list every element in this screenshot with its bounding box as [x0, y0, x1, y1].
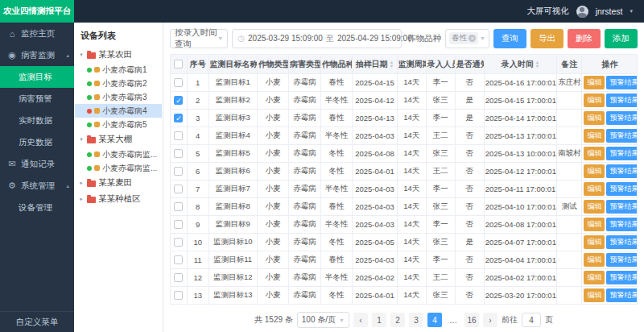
export-button[interactable]: 导出: [530, 29, 564, 48]
row-select-cell[interactable]: [171, 234, 188, 251]
username[interactable]: jnrstest: [596, 6, 623, 16]
page-size-select[interactable]: 100 条/页▼: [297, 312, 349, 328]
row-checkbox[interactable]: [174, 273, 183, 282]
edit-button[interactable]: 编辑: [584, 164, 605, 178]
row-select-cell[interactable]: [171, 163, 188, 181]
edit-button[interactable]: 编辑: [584, 218, 605, 231]
page-button-1[interactable]: 1: [372, 313, 386, 327]
warning-result-button[interactable]: 预警结果: [606, 93, 637, 107]
sort-icon[interactable]: ▲▼: [535, 60, 539, 68]
column-header[interactable]: 作物品种▲▼: [320, 55, 352, 74]
tag-close-icon[interactable]: ×: [469, 35, 476, 42]
tree-folder-greenhouse[interactable]: ▾某某大棚: [75, 131, 162, 147]
row-select-cell[interactable]: [171, 74, 188, 92]
row-checkbox[interactable]: [174, 185, 183, 193]
warning-result-button[interactable]: 预警结果: [606, 76, 637, 89]
sidebar-item-history-data[interactable]: 历史数据: [0, 131, 74, 153]
warning-result-button[interactable]: 预警结果: [606, 200, 637, 214]
sidebar-item-realtime-data[interactable]: 实时数据: [0, 110, 74, 131]
row-select-cell[interactable]: ✓: [171, 92, 188, 110]
edit-button[interactable]: 编辑: [584, 182, 605, 196]
column-header[interactable]: 抽样日期▲▼: [353, 55, 398, 74]
sidebar-item-notice-record[interactable]: ✉通知记录: [0, 153, 74, 175]
sidebar-item-disease-warning[interactable]: 病害预警: [0, 88, 74, 110]
tree-folder-farm[interactable]: ▾某某农田: [75, 47, 162, 63]
page-button-3[interactable]: 3: [409, 313, 423, 327]
sidebar-item-system-manage[interactable]: ⚙系统管理▴: [0, 175, 74, 197]
warning-result-button[interactable]: 预警结果: [606, 111, 637, 125]
sidebar-item-disease-monitor[interactable]: ◉病害监测▴: [0, 44, 74, 66]
edit-button[interactable]: 编辑: [584, 200, 605, 214]
edit-button[interactable]: 编辑: [584, 111, 605, 125]
column-header[interactable]: 录入时间▲▼: [484, 55, 556, 74]
warning-result-button[interactable]: 预警结果: [606, 253, 637, 267]
row-checkbox[interactable]: ✓: [174, 114, 183, 122]
edit-button[interactable]: 编辑: [584, 253, 605, 267]
row-select-cell[interactable]: [171, 198, 188, 216]
edit-button[interactable]: 编辑: [584, 129, 605, 143]
prev-page-button[interactable]: ‹: [353, 313, 368, 327]
row-select-cell[interactable]: [171, 216, 188, 234]
row-checkbox[interactable]: [174, 220, 183, 229]
sidebar-item-device-manage[interactable]: 设备管理: [0, 197, 74, 218]
select-all-checkbox[interactable]: [174, 60, 183, 68]
page-button-4[interactable]: 4: [427, 313, 442, 327]
row-select-cell[interactable]: [171, 287, 188, 305]
row-checkbox[interactable]: [174, 202, 183, 211]
row-checkbox[interactable]: ✓: [174, 96, 183, 105]
warning-result-button[interactable]: 预警结果: [606, 182, 637, 196]
select-all-header[interactable]: [171, 55, 188, 74]
tree-folder-plant-area[interactable]: ▸某某种植区: [75, 191, 162, 207]
tree-device-item[interactable]: 小麦赤霉病2: [75, 77, 162, 90]
page-ellipsis[interactable]: …: [446, 313, 460, 327]
sidebar-item-home[interactable]: ⌂监控主页: [0, 23, 74, 44]
tree-device-item[interactable]: 小麦赤霉病3: [75, 90, 162, 104]
page-button-16[interactable]: 16: [464, 313, 479, 327]
row-checkbox[interactable]: [174, 238, 183, 247]
warning-result-button[interactable]: 预警结果: [606, 129, 637, 143]
tree-device-item[interactable]: 小麦赤霉病1: [75, 63, 162, 77]
row-select-cell[interactable]: [171, 251, 188, 269]
row-checkbox[interactable]: [174, 291, 183, 300]
warning-result-button[interactable]: 预警结果: [606, 164, 637, 178]
warning-result-button[interactable]: 预警结果: [606, 288, 637, 302]
next-page-button[interactable]: ›: [483, 313, 497, 327]
delete-button[interactable]: 删除: [568, 29, 601, 48]
edit-button[interactable]: 编辑: [584, 235, 605, 249]
edit-button[interactable]: 编辑: [584, 271, 605, 284]
tree-device-item[interactable]: 小麦赤霉病5: [75, 118, 162, 131]
edit-button[interactable]: 编辑: [584, 76, 605, 89]
tree-device-item[interactable]: 小麦赤霉病监...: [75, 161, 162, 175]
row-checkbox[interactable]: [174, 149, 183, 158]
row-checkbox[interactable]: [174, 167, 183, 176]
search-button[interactable]: 查询: [493, 29, 526, 48]
row-select-cell[interactable]: [171, 127, 188, 145]
custom-menu-button[interactable]: 自定义菜单: [0, 311, 74, 332]
warning-result-button[interactable]: 预警结果: [606, 147, 637, 160]
row-select-cell[interactable]: [171, 181, 188, 198]
sort-icon[interactable]: ▲▼: [390, 60, 394, 68]
row-select-cell[interactable]: [171, 145, 188, 163]
date-range-picker[interactable]: ◷ 2025-03-29 15:09:00 至 2025-04-29 15:09…: [232, 29, 402, 48]
column-header[interactable]: 监测目标名称▲▼: [208, 55, 257, 74]
warning-result-button[interactable]: 预警结果: [606, 271, 637, 284]
column-header[interactable]: 监测周期▲▼: [397, 55, 426, 74]
page-button-2[interactable]: 2: [390, 313, 405, 327]
column-header[interactable]: 病害类型▲▼: [289, 55, 320, 74]
edit-button[interactable]: 编辑: [584, 147, 605, 160]
row-select-cell[interactable]: [171, 269, 188, 287]
row-select-cell[interactable]: ✓: [171, 110, 188, 127]
warning-result-button[interactable]: 预警结果: [606, 218, 637, 231]
big-screen-link[interactable]: 大屏可视化: [526, 6, 569, 17]
warning-result-button[interactable]: 预警结果: [606, 235, 637, 249]
edit-button[interactable]: 编辑: [584, 93, 605, 107]
query-type-select[interactable]: 按录入时间查询 ▼: [170, 29, 228, 48]
row-checkbox[interactable]: [174, 131, 183, 140]
row-checkbox[interactable]: [174, 255, 183, 264]
crop-variety-select[interactable]: 春性 × ▼: [445, 29, 489, 48]
tree-device-item[interactable]: 小麦赤霉病4: [75, 104, 162, 118]
tree-folder-wheat-field[interactable]: ▸某某麦田: [75, 175, 162, 191]
goto-page-input[interactable]: 4: [522, 313, 541, 327]
add-button[interactable]: 添加: [605, 29, 638, 48]
tree-device-item[interactable]: 小麦赤霉病监...: [75, 147, 162, 161]
